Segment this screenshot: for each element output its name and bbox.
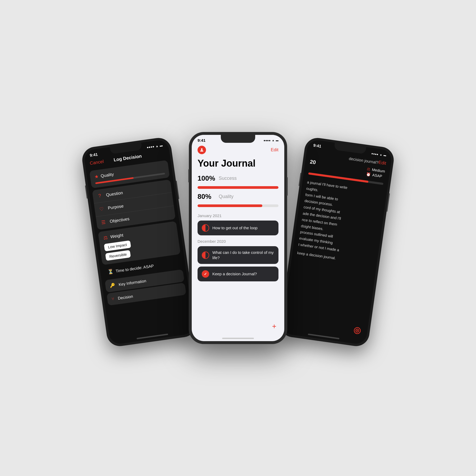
cancel-button[interactable]: Cancel [89, 159, 104, 166]
keep-item-text: Keep a decision Journal? [212, 271, 257, 277]
quality-percent: 80% [198, 193, 216, 201]
svg-point-0 [201, 148, 203, 150]
success-bar-fill [198, 186, 278, 189]
avatar-icon[interactable] [198, 146, 206, 154]
journal-title: Your Journal [192, 158, 284, 174]
objectives-label: Objectives [109, 217, 130, 224]
success-bar [198, 186, 278, 189]
stat-success-row: 100% Success [198, 174, 278, 182]
journal-item-keep[interactable]: ✓ Keep a decision Journal? [198, 267, 278, 281]
phones-container: 9:41 ●●●● ▲ ▬ Cancel Log Decision ★ Qual… [93, 93, 383, 383]
decision-label: Decision [118, 294, 133, 300]
right-edit-button[interactable]: Edit [378, 160, 387, 166]
stat-quality: 80% Quality [198, 193, 278, 207]
right-battery-icon: ▬ [383, 154, 386, 157]
meta-tag-asap: ⏰ ASAP [366, 172, 382, 178]
checkmark-icon: ✓ [204, 272, 207, 276]
right-status-icons: ●●●● ▲ ▬ [371, 152, 387, 157]
phone-right: 9:41 ●●●● ▲ ▬ decision journal? Edit 20 … [278, 136, 395, 348]
quality-label: Quality [100, 172, 114, 178]
control-circle-icon [202, 251, 209, 259]
center-wifi-icon: ▲ [272, 139, 274, 142]
center-notch [221, 135, 255, 143]
december-date: December 2020 [192, 239, 284, 246]
success-label: Success [219, 176, 237, 181]
left-wifi-icon: ▲ [155, 144, 158, 148]
weight-label: Weight [110, 233, 124, 239]
right-bottom-target-icon [353, 326, 361, 336]
control-item-text: What can I do to take control of my life… [212, 250, 274, 260]
reversible-badge[interactable]: Reversible [105, 250, 131, 261]
key-info-label: Key Information [118, 278, 146, 287]
key-info-icon: 🔑 [109, 283, 115, 289]
log-decision-title: Log Decision [113, 154, 142, 163]
add-entry-button[interactable]: + [272, 322, 276, 331]
success-percent: 100% [198, 174, 216, 182]
edit-button[interactable]: Edit [271, 147, 278, 153]
journal-item-loop[interactable]: How to get out of the loop [198, 221, 278, 235]
right-text-body: a journal I'll have to write oughts. for… [298, 179, 383, 258]
phone-left-screen: 9:41 ●●●● ▲ ▬ Cancel Log Decision ★ Qual… [83, 139, 195, 345]
stat-quality-row: 80% Quality [198, 193, 278, 201]
left-signal-icon: ●●●● [147, 144, 155, 149]
left-status-time: 9:41 [89, 152, 98, 158]
keep-circle-icon: ✓ [202, 270, 209, 278]
svg-point-3 [357, 330, 358, 331]
phone-left: 9:41 ●●●● ▲ ▬ Cancel Log Decision ★ Qual… [81, 136, 198, 348]
journal-item-control[interactable]: What can I do to take control of my life… [198, 246, 278, 264]
time-label: Time to decide: ASAP [115, 263, 154, 273]
right-wifi-icon: ▲ [379, 153, 382, 156]
right-home-indicator [308, 333, 340, 339]
phone-center-screen: 9:41 ●●●● ▲ ▬ Edit Your Journal [192, 135, 284, 341]
purpose-icon: ♡ [99, 206, 105, 212]
objectives-icon: ☰ [100, 219, 107, 226]
right-meta-date: 20 [310, 159, 316, 166]
quality-bar-fill-center [198, 204, 262, 207]
stats-section: 100% Success 80% Quality [192, 174, 284, 213]
weight-icon: ⚖ [103, 234, 109, 241]
stat-success: 100% Success [198, 174, 278, 189]
right-text-content: a journal I'll have to write oughts. for… [292, 175, 388, 270]
right-status-time: 9:41 [313, 143, 322, 148]
phone-right-screen: 9:41 ●●●● ▲ ▬ decision journal? Edit 20 … [281, 139, 393, 345]
question-icon: ? [97, 193, 103, 199]
right-signal-icon: ●●●● [371, 152, 379, 156]
quality-icon: ★ [94, 173, 99, 180]
loop-circle-icon [202, 224, 209, 232]
question-label: Question [106, 190, 123, 198]
phone-center: 9:41 ●●●● ▲ ▬ Edit Your Journal [189, 132, 287, 344]
right-meta-tags: ⚖ Medium ⏰ ASAP [366, 167, 385, 178]
center-home-indicator [222, 338, 254, 339]
low-impact-badge[interactable]: Low Impact [104, 240, 131, 251]
center-header: Edit [192, 144, 284, 158]
quality-bar-container [198, 204, 278, 207]
january-date: January 2021 [192, 213, 284, 221]
medium-label: Medium [372, 167, 386, 173]
left-menu-section: ? Question ♡ Purpose ☰ Objectives [92, 180, 176, 230]
asap-icon: ⏰ [366, 172, 371, 177]
left-battery-icon: ▬ [159, 144, 163, 147]
medium-icon: ⚖ [367, 167, 371, 171]
purpose-label: Purpose [108, 204, 124, 210]
center-battery-icon: ▬ [276, 139, 278, 142]
left-status-icons: ●●●● ▲ ▬ [147, 143, 163, 149]
center-signal-icon: ●●●● [264, 139, 271, 142]
quality-stat-label: Quality [219, 194, 234, 199]
center-status-time: 9:41 [198, 138, 205, 143]
asap-label: ASAP [372, 173, 382, 178]
loop-item-text: How to get out of the loop [212, 225, 258, 231]
center-status-icons: ●●●● ▲ ▬ [264, 139, 278, 142]
decision-icon: ⑂ [111, 296, 115, 301]
left-home-indicator [136, 333, 168, 339]
time-icon: ⏳ [107, 268, 114, 275]
